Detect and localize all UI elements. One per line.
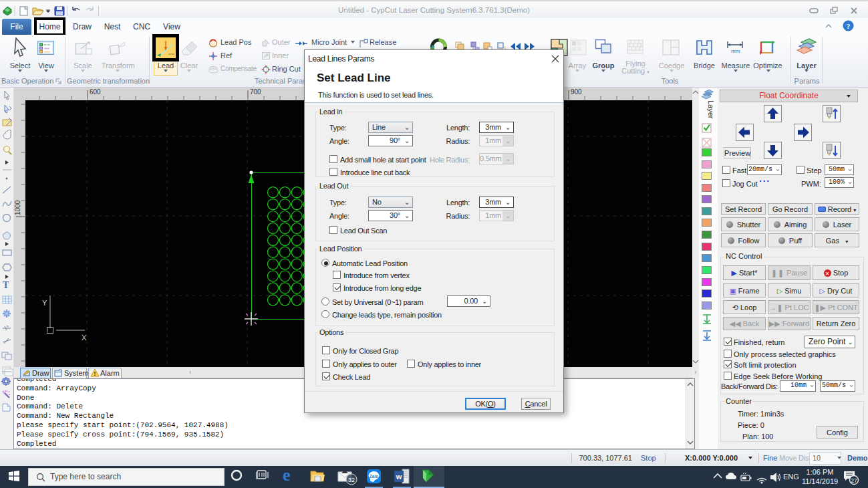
svg-text:900: 900: [571, 88, 582, 96]
svg-text:32: 32: [348, 477, 355, 483]
svg-text:?: ?: [847, 22, 851, 30]
svg-text:T: T: [3, 280, 9, 290]
svg-text:1000: 1000: [14, 200, 21, 215]
svg-text:X: X: [82, 334, 87, 342]
svg-text:700: 700: [250, 88, 261, 96]
svg-text:w: w: [396, 473, 402, 481]
svg-text:27: 27: [851, 477, 857, 484]
svg-text:Y: Y: [42, 299, 47, 307]
svg-text:e: e: [283, 466, 291, 485]
svg-text:600: 600: [90, 88, 101, 96]
svg-text:Layer: Layer: [707, 100, 715, 119]
svg-text:mm: mm: [731, 48, 740, 54]
svg-text:Zalo: Zalo: [370, 474, 378, 479]
